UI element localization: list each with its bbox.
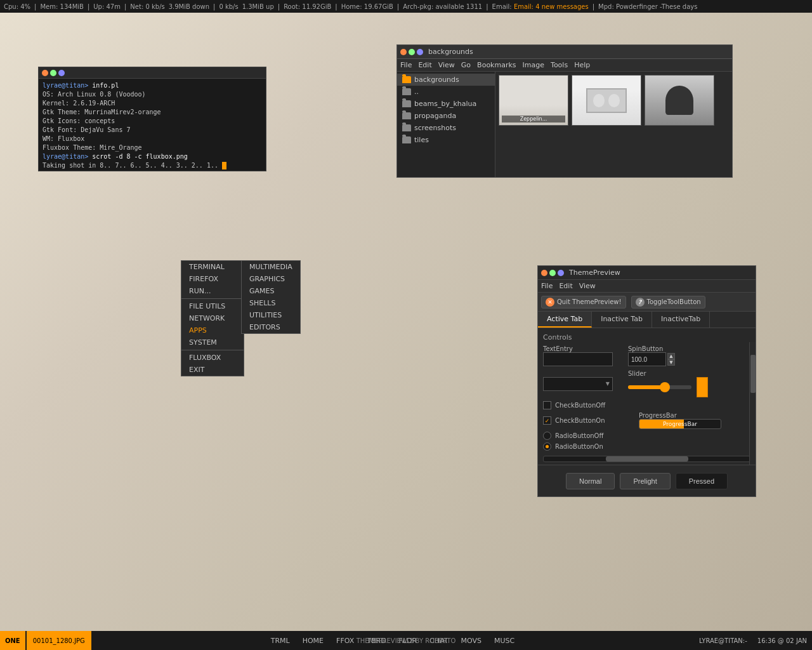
combo-box[interactable]: ▼ (543, 377, 613, 391)
controls-label: Controls (543, 333, 750, 342)
normal-button[interactable]: Normal (566, 473, 615, 489)
fm-menu-edit[interactable]: Edit (418, 61, 431, 69)
toggle-tool-button[interactable]: ? ToggleToolButton (631, 296, 705, 308)
tp-menu-file[interactable]: File (541, 282, 553, 290)
ctx-sub-editors[interactable]: EDITORS (242, 321, 300, 333)
fm-menubar: File Edit View Go Bookmarks Image Tools … (397, 59, 732, 72)
textentry-input[interactable] (543, 352, 613, 366)
ctx-exit[interactable]: EXIT (181, 364, 244, 376)
ctx-sub-shells[interactable]: SHELLS (242, 297, 300, 309)
up-info: Up: 47m (93, 3, 121, 10)
tp-scrollbar[interactable] (749, 342, 756, 465)
slider-value-indicator (697, 377, 708, 397)
sep: | (486, 3, 488, 10)
ctx-system[interactable]: SYSTEM (181, 336, 244, 348)
fm-folder-beams[interactable]: beams_by_khalua (397, 98, 495, 110)
ctx-sub-games[interactable]: GAMES (242, 285, 300, 297)
tab-active[interactable]: Active Tab (538, 312, 592, 328)
chevron-down-icon: ▼ (606, 381, 610, 387)
fm-max-button[interactable] (417, 49, 423, 55)
ctx-fileutils[interactable]: FILE UTILS (181, 300, 244, 312)
sep: | (34, 3, 36, 10)
fm-menu-tools[interactable]: Tools (551, 61, 568, 69)
fm-menu-help[interactable]: Help (574, 61, 590, 69)
pressed-button[interactable]: Pressed (676, 473, 728, 489)
checkbuttonon[interactable]: ✓ (543, 416, 551, 425)
taskbar-musc[interactable]: MUSC (494, 637, 514, 645)
taskbar-home[interactable]: HOME (303, 637, 324, 645)
netdown-info: 3.9MiB down (169, 3, 209, 10)
fm-menu-image[interactable]: Image (523, 61, 544, 69)
minimize-button[interactable] (50, 70, 56, 76)
maximize-button[interactable] (58, 70, 65, 76)
tp-close-button[interactable] (541, 270, 547, 276)
fm-close-button[interactable] (400, 49, 407, 55)
themepreview-window: ThemePreview File Edit View ✕ Quit Theme… (537, 265, 756, 497)
ctx-run[interactable]: RUN... (181, 285, 244, 297)
slider-thumb[interactable] (660, 382, 670, 392)
netup-info: 1.3MiB up (242, 3, 274, 10)
taskbar-trml[interactable]: TRML (271, 637, 290, 645)
scrollbar-thumb[interactable] (750, 355, 756, 393)
checkbuttonoff[interactable] (543, 401, 551, 409)
fm-folder-backgrounds[interactable]: backgrounds (397, 74, 495, 86)
fm-folder-up[interactable]: .. (397, 86, 495, 98)
spin-arrows: ▲ ▼ (667, 353, 675, 366)
fm-menu-file[interactable]: File (400, 61, 412, 69)
fm-thumbnail[interactable] (572, 75, 641, 126)
tab-inactive1[interactable]: Inactive Tab (592, 312, 652, 328)
spinbutton-input[interactable] (628, 352, 666, 366)
folder-icon (402, 76, 411, 83)
terminal-line: OS: Arch Linux 0.8 (Voodoo) (43, 90, 262, 99)
radiobuttonoff[interactable] (543, 432, 551, 440)
progress-text: ProgressBar (639, 420, 721, 428)
context-menu[interactable]: TERMINAL FIREFOX RUN... FILE UTILS NETWO… (181, 260, 244, 376)
spinbutton-label: SpinButton (628, 345, 698, 352)
tp-menu-edit[interactable]: Edit (559, 282, 572, 290)
quit-themepreview-button[interactable]: ✕ Quit ThemePreview! (541, 296, 626, 308)
fm-folder-screenshots[interactable]: screenshots (397, 122, 495, 134)
taskbar-movs[interactable]: MOVS (461, 637, 481, 645)
folder-icon (402, 112, 411, 119)
filemanager-window: backgrounds File Edit View Go Bookmarks … (396, 44, 733, 178)
fm-menu-bookmarks[interactable]: Bookmarks (477, 61, 516, 69)
ctx-fluxbox[interactable]: FLUXBOX (181, 352, 244, 364)
tp-min-button[interactable] (549, 270, 556, 276)
ctx-terminal[interactable]: TERMINAL (181, 261, 244, 273)
tab-inactive2[interactable]: InactiveTab (652, 312, 710, 328)
close-button[interactable] (42, 70, 48, 76)
ctx-sub-utilities[interactable]: UTILITIES (242, 309, 300, 321)
ctx-sub-graphics[interactable]: GRAPHICS (242, 273, 300, 285)
spin-up[interactable]: ▲ (667, 353, 675, 359)
scrollbar-thumb[interactable] (606, 456, 688, 461)
fm-menu-go[interactable]: Go (461, 61, 471, 69)
slider-container: Slider (628, 370, 708, 397)
fm-thumbnail[interactable]: Zeppelin... (499, 75, 568, 126)
checkoff-row: CheckButtonOff (543, 401, 750, 409)
slider-track[interactable] (628, 385, 691, 389)
ctx-network[interactable]: NETWORK (181, 312, 244, 324)
tp-max-button[interactable] (558, 270, 564, 276)
fm-min-button[interactable] (409, 49, 415, 55)
radiooff-row: RadioButtonOff (543, 432, 750, 440)
tp-menu-view[interactable]: View (579, 282, 596, 290)
fm-thumbnail[interactable] (645, 75, 714, 126)
spin-down[interactable]: ▼ (667, 359, 675, 366)
sep: | (124, 3, 126, 10)
ctx-apps[interactable]: APPS (181, 324, 244, 336)
workspace-label[interactable]: ONE (0, 631, 25, 650)
horizontal-scrollbar[interactable] (543, 456, 750, 462)
radiobuttonon[interactable] (543, 442, 551, 451)
tp-footer: Normal Prelight Pressed (538, 465, 756, 496)
prelight-button[interactable]: Prelight (620, 473, 670, 489)
filename-label: 00101_1280.JPG (27, 631, 91, 650)
taskbar-ffox[interactable]: FFOX (336, 637, 354, 645)
fm-folder-propaganda[interactable]: propaganda (397, 110, 495, 122)
fm-menu-view[interactable]: View (438, 61, 455, 69)
context-submenu[interactable]: MULTIMEDIA GRAPHICS GAMES SHELLS UTILITI… (241, 260, 301, 334)
ctx-firefox[interactable]: FIREFOX (181, 273, 244, 285)
ctx-sub-multimedia[interactable]: MULTIMEDIA (242, 261, 300, 273)
fm-folder-tiles[interactable]: tiles (397, 134, 495, 146)
ctx-separator (181, 298, 244, 299)
progressbar: ProgressBar (639, 419, 721, 429)
